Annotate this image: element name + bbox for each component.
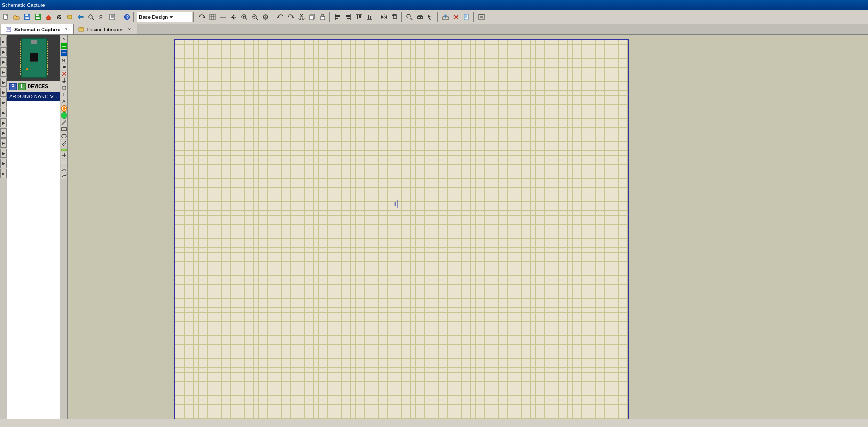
tool-note-bar[interactable] [61, 149, 67, 151]
refresh-button[interactable] [197, 12, 207, 22]
svg-rect-66 [322, 14, 324, 16]
svg-point-87 [420, 16, 423, 19]
home-button[interactable] [43, 12, 54, 22]
tool-spline[interactable] [61, 173, 67, 179]
tool-minus[interactable] [61, 159, 67, 165]
open-button[interactable] [12, 12, 22, 22]
arrow-button[interactable] [426, 12, 436, 22]
panel-l-button[interactable]: L [18, 83, 26, 90]
mirror-button[interactable] [379, 12, 389, 22]
arduino-board-visual [21, 38, 47, 78]
svg-text:$: $ [99, 14, 102, 20]
search2-button[interactable] [404, 12, 415, 22]
sidebar-btn-3[interactable]: ▶ [0, 57, 7, 66]
currency-button[interactable]: $ [96, 12, 107, 22]
tool-power[interactable] [61, 78, 67, 84]
zoom-out-button[interactable] [250, 12, 260, 22]
export-button[interactable] [440, 12, 451, 22]
search-button[interactable] [86, 12, 96, 22]
align-right-button[interactable] [343, 12, 353, 22]
new-button[interactable] [1, 12, 11, 22]
device-list[interactable]: ARDUINO NANO V... [7, 92, 60, 419]
design-dropdown[interactable]: Base Design [137, 12, 192, 22]
svg-rect-3 [25, 14, 28, 16]
info-doc-button[interactable] [107, 12, 117, 22]
tab-library-close[interactable]: × [127, 26, 133, 33]
svg-point-14 [58, 18, 59, 19]
svg-rect-7 [36, 17, 40, 19]
sidebar-btn-14[interactable]: ▶ [0, 169, 7, 178]
sidebar-btn-12[interactable]: ▶ [0, 149, 7, 158]
tool-text[interactable]: T [61, 91, 67, 98]
sidebar-btn-8[interactable]: ▶ [0, 108, 7, 117]
sidebar-btn-7[interactable]: ▶ [0, 98, 7, 107]
svg-point-86 [417, 16, 420, 19]
tab-device-libraries[interactable]: Device Libraries × [74, 24, 137, 34]
align-left-button[interactable] [332, 12, 343, 22]
sidebar-btn-6[interactable]: ▶ [0, 88, 7, 97]
sidebar-btn-13[interactable]: ▶ [0, 159, 7, 168]
tool-ellipse[interactable] [61, 133, 67, 139]
move-button[interactable] [229, 12, 239, 22]
save-button[interactable] [22, 12, 32, 22]
back-button[interactable] [75, 12, 85, 22]
svg-rect-67 [335, 15, 340, 17]
device-item-arduino[interactable]: ARDUINO NANO V... [7, 92, 60, 101]
crosshair-button[interactable] [218, 12, 228, 22]
copy-button[interactable] [307, 12, 317, 22]
tool-junction[interactable] [61, 64, 67, 70]
sidebar-btn-1[interactable]: ▶ [0, 37, 7, 46]
settings-button[interactable] [54, 12, 64, 22]
tool-marker[interactable] [61, 112, 67, 119]
rotate-button[interactable] [390, 12, 400, 22]
arduino-pins-right [47, 41, 48, 75]
grid-button[interactable] [207, 12, 217, 22]
paste-button[interactable] [318, 12, 328, 22]
save-project-button[interactable] [33, 12, 43, 22]
align-top-button[interactable] [354, 12, 364, 22]
canvas-container[interactable] [68, 35, 868, 419]
tool-plus[interactable] [61, 152, 67, 158]
sidebar-btn-9[interactable]: ▶ [0, 118, 7, 127]
tool-net[interactable]: N [61, 57, 67, 63]
tool-rect[interactable] [61, 126, 67, 132]
sidebar-btn-11[interactable]: ▶ [0, 138, 7, 148]
undo-button[interactable] [275, 12, 285, 22]
help-button[interactable]: ? [122, 12, 132, 22]
sidebar-btn-10[interactable]: ▶ [0, 128, 7, 138]
sidebar-btn-5[interactable]: ▶ [0, 78, 7, 87]
tool-wire[interactable] [61, 43, 67, 49]
cut-button[interactable] [296, 12, 307, 22]
component-button[interactable] [65, 12, 75, 22]
separator-9 [473, 12, 475, 22]
tool-component[interactable] [61, 84, 67, 91]
page-button[interactable] [462, 12, 472, 22]
schematic-canvas[interactable] [174, 39, 629, 419]
tool-probe[interactable] [61, 105, 67, 112]
tool-pointer[interactable]: ↖ [61, 36, 67, 42]
align-bottom-button[interactable] [364, 12, 374, 22]
svg-marker-93 [444, 14, 447, 18]
tool-noconn[interactable] [61, 71, 67, 77]
tab-schematic-close[interactable]: × [63, 26, 70, 33]
tool-pen[interactable] [61, 140, 67, 146]
zoom-in-button[interactable] [239, 12, 249, 22]
main-content: ▶ ▶ ▶ ▶ ▶ ▶ ▶ ▶ ▶ ▶ ▶ ▶ ▶ ▶ [0, 35, 868, 419]
binocular-button[interactable] [415, 12, 425, 22]
edit-button[interactable] [476, 12, 487, 22]
tool-line[interactable] [61, 119, 67, 126]
tool-label[interactable]: A [61, 98, 67, 105]
panel-p-button[interactable]: P [9, 83, 17, 90]
tool-arc[interactable] [61, 166, 67, 172]
svg-point-127 [62, 134, 66, 138]
sidebar-btn-2[interactable]: ▶ [0, 47, 7, 56]
redo-button[interactable] [286, 12, 296, 22]
tool-bus[interactable] [61, 50, 67, 56]
sidebar-btn-4[interactable]: ▶ [0, 67, 7, 77]
zoom-fit-button[interactable] [260, 12, 271, 22]
svg-point-123 [62, 107, 66, 110]
cross-button[interactable] [451, 12, 461, 22]
tab-library-label: Device Libraries [87, 27, 124, 32]
svg-rect-70 [346, 15, 350, 17]
tab-schematic-capture[interactable]: Schematic Capture × [1, 24, 74, 34]
